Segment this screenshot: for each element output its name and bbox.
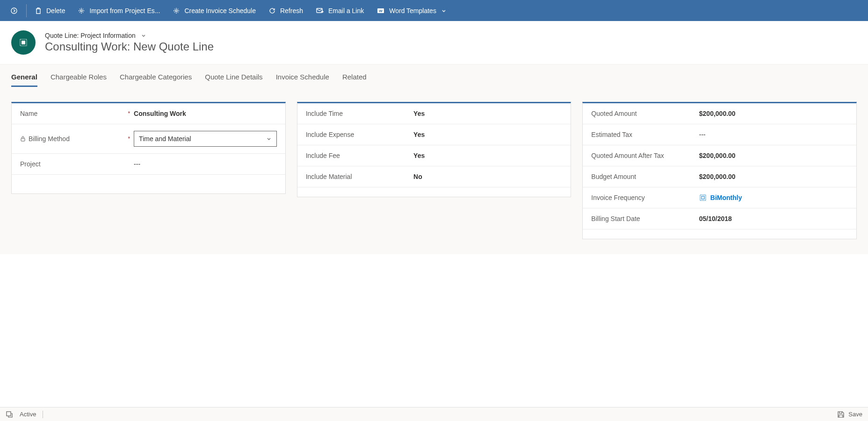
- card-basic-info: Name * Consulting Work Billing Method * …: [11, 102, 286, 194]
- email-link-label: Email a Link: [328, 7, 364, 14]
- quoted-amount-label: Quoted Amount: [591, 110, 637, 117]
- row-name[interactable]: Name * Consulting Work: [12, 103, 285, 124]
- tab-chargeable-roles[interactable]: Chargeable Roles: [51, 73, 107, 87]
- project-value: ---: [134, 160, 277, 168]
- refresh-button[interactable]: Refresh: [262, 0, 310, 21]
- row-include-material[interactable]: Include Material No: [297, 166, 571, 187]
- entity-badge: [11, 30, 36, 55]
- include-time-label: Include Time: [306, 110, 343, 117]
- include-expense-value: Yes: [413, 131, 562, 138]
- name-value: Consulting Work: [134, 110, 277, 117]
- tab-strip: General Chargeable Roles Chargeable Cate…: [0, 64, 868, 87]
- billing-method-label: Billing Method: [29, 135, 70, 143]
- chevron-down-icon: [140, 32, 147, 39]
- row-estimated-tax[interactable]: Estimated Tax ---: [583, 124, 856, 145]
- card-spacer: [297, 187, 571, 197]
- estimated-tax-label: Estimated Tax: [591, 131, 632, 138]
- popout-button[interactable]: [4, 0, 24, 21]
- page-title: Consulting Work: New Quote Line: [45, 40, 214, 53]
- billing-start-date-label: Billing Start Date: [591, 215, 640, 222]
- include-time-value: Yes: [413, 110, 562, 117]
- svg-point-2: [175, 10, 177, 12]
- page-header: Quote Line: Project Information Consulti…: [0, 21, 868, 64]
- row-billing-method: Billing Method * Time and Material: [12, 124, 285, 154]
- svg-point-0: [11, 8, 17, 14]
- breadcrumb[interactable]: Quote Line: Project Information: [45, 32, 214, 39]
- include-fee-value: Yes: [413, 152, 562, 159]
- row-project[interactable]: Project * ---: [12, 154, 285, 175]
- budget-amount-value: $200,000.00: [699, 173, 848, 180]
- card-grid: Name * Consulting Work Billing Method * …: [0, 87, 868, 254]
- refresh-label: Refresh: [280, 7, 303, 14]
- tab-invoice-schedule[interactable]: Invoice Schedule: [276, 73, 329, 87]
- svg-text:W: W: [379, 9, 383, 13]
- card-spacer: [12, 175, 285, 193]
- import-project-button[interactable]: Import from Project Es...: [72, 0, 166, 21]
- row-include-time[interactable]: Include Time Yes: [297, 103, 571, 124]
- invoice-frequency-value[interactable]: BiMonthly: [699, 194, 848, 201]
- svg-rect-10: [702, 196, 704, 199]
- budget-amount-label: Budget Amount: [591, 173, 636, 180]
- svg-rect-7: [22, 41, 25, 44]
- tab-related[interactable]: Related: [342, 73, 367, 87]
- row-include-expense[interactable]: Include Expense Yes: [297, 124, 571, 145]
- tab-chargeable-categories[interactable]: Chargeable Categories: [120, 73, 192, 87]
- card-spacer: [583, 229, 856, 239]
- billing-start-date-value: 05/10/2018: [699, 215, 848, 222]
- row-budget-amount[interactable]: Budget Amount $200,000.00: [583, 166, 856, 187]
- invoice-frequency-label: Invoice Frequency: [591, 194, 644, 201]
- include-fee-label: Include Fee: [306, 152, 340, 159]
- quoted-amount-value: $200,000.00: [699, 110, 848, 117]
- include-expense-label: Include Expense: [306, 131, 354, 138]
- tab-quote-line-details[interactable]: Quote Line Details: [205, 73, 262, 87]
- quoted-after-tax-label: Quoted Amount After Tax: [591, 152, 664, 159]
- row-include-fee[interactable]: Include Fee Yes: [297, 145, 571, 166]
- lock-icon: [20, 136, 26, 142]
- svg-rect-9: [700, 195, 706, 200]
- required-marker: *: [128, 110, 130, 117]
- name-label: Name: [20, 110, 37, 117]
- billing-method-value: Time and Material: [139, 135, 191, 143]
- invoice-frequency-text: BiMonthly: [710, 194, 742, 201]
- breadcrumb-text: Quote Line: Project Information: [45, 32, 136, 39]
- card-includes: Include Time Yes Include Expense Yes Inc…: [297, 102, 571, 197]
- word-templates-label: Word Templates: [389, 7, 436, 14]
- lookup-icon: [699, 194, 707, 201]
- word-templates-button[interactable]: W Word Templates: [370, 0, 453, 21]
- card-amounts: Quoted Amount $200,000.00 Estimated Tax …: [582, 102, 857, 239]
- row-invoice-frequency[interactable]: Invoice Frequency BiMonthly: [583, 187, 856, 208]
- divider: [26, 4, 27, 17]
- quoted-after-tax-value: $200,000.00: [699, 152, 848, 159]
- project-label: Project: [20, 160, 41, 168]
- command-bar: Delete Import from Project Es... Create …: [0, 0, 868, 21]
- delete-label: Delete: [46, 7, 65, 14]
- estimated-tax-value: ---: [699, 131, 848, 138]
- create-invoice-schedule-label: Create Invoice Schedule: [184, 7, 256, 14]
- row-quoted-after-tax[interactable]: Quoted Amount After Tax $200,000.00: [583, 145, 856, 166]
- email-link-button[interactable]: Email a Link: [310, 0, 370, 21]
- required-marker: *: [128, 136, 130, 142]
- import-project-label: Import from Project Es...: [89, 7, 160, 14]
- row-quoted-amount[interactable]: Quoted Amount $200,000.00: [583, 103, 856, 124]
- svg-rect-8: [21, 138, 25, 141]
- include-material-label: Include Material: [306, 173, 352, 180]
- create-invoice-schedule-button[interactable]: Create Invoice Schedule: [166, 0, 262, 21]
- svg-point-1: [80, 10, 82, 12]
- delete-button[interactable]: Delete: [29, 0, 72, 21]
- row-billing-start-date[interactable]: Billing Start Date 05/10/2018: [583, 208, 856, 229]
- entity-icon: [19, 38, 28, 47]
- include-material-value: No: [413, 173, 562, 180]
- chevron-down-icon: [266, 136, 272, 142]
- tab-general[interactable]: General: [11, 73, 37, 87]
- billing-method-select[interactable]: Time and Material: [134, 131, 277, 147]
